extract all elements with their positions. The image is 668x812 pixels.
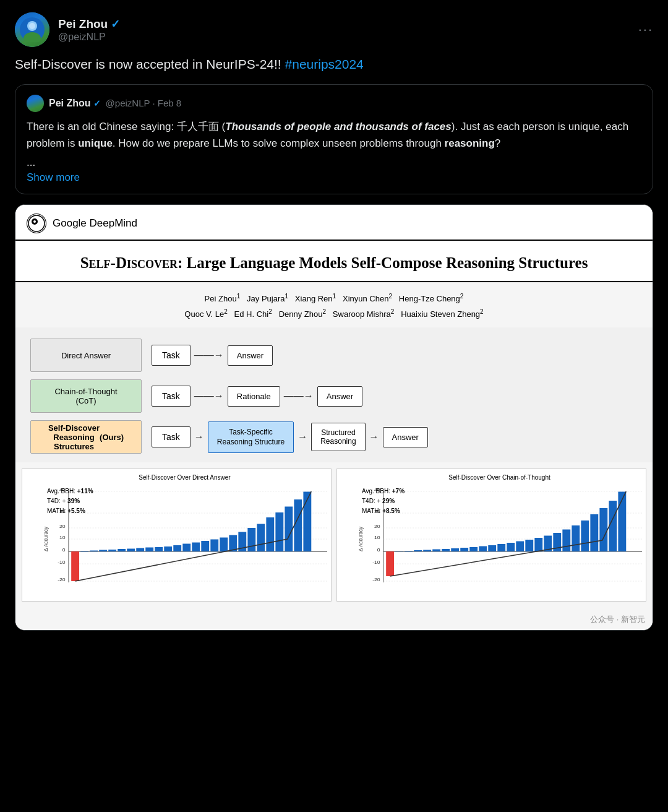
quoted-tweet[interactable]: Pei Zhou ✓ @peizNLP · Feb 8 There is an … — [15, 84, 653, 194]
svg-rect-81 — [534, 538, 542, 551]
svg-rect-44 — [266, 517, 274, 551]
svg-text:Δ Accuracy: Δ Accuracy — [357, 527, 363, 552]
method-label-direct: Direct Answer — [30, 339, 142, 372]
svg-rect-33 — [164, 546, 172, 551]
authors-section: Pei Zhou1 Jay Pujara1 Xiang Ren1 Xinyun … — [15, 282, 653, 327]
svg-text:-10: -10 — [58, 559, 66, 566]
quoted-italic-bold: Thousands of people and thousands of fac… — [225, 121, 452, 132]
svg-text:20: 20 — [59, 524, 66, 530]
svg-rect-39 — [220, 538, 228, 552]
more-button[interactable]: ··· — [638, 22, 653, 38]
svg-rect-23 — [71, 551, 79, 581]
quoted-bold-1: unique — [78, 137, 113, 149]
watermark: 公众号 · 新智元 — [15, 611, 653, 630]
chart1-title: Self-Discover Over Direct Answer — [42, 474, 327, 481]
rationale-box: Rationale — [228, 386, 280, 407]
svg-rect-28 — [118, 549, 126, 551]
arrow-1: ——→ — [191, 350, 228, 361]
svg-rect-73 — [460, 548, 468, 551]
quoted-display-name: Pei Zhou ✓ — [49, 98, 101, 109]
authors-line2: Quoc V. Le2 Ed H. Chi2 Denny Zhou2 Swaro… — [40, 306, 628, 322]
quoted-text-4: ? — [495, 137, 500, 149]
svg-rect-85 — [572, 525, 580, 551]
svg-rect-25 — [90, 551, 98, 552]
paper-card: Google DeepMind Self-Discover: Large Lan… — [15, 204, 653, 631]
header-left: Pei Zhou ✓ @peizNLP — [15, 12, 120, 47]
svg-rect-27 — [108, 550, 116, 551]
svg-rect-79 — [516, 542, 524, 552]
tweet-header: Pei Zhou ✓ @peizNLP ··· — [15, 12, 653, 47]
arrow-2b: ——→ — [280, 391, 317, 402]
svg-rect-86 — [581, 520, 589, 551]
user-info: Pei Zhou ✓ @peizNLP — [58, 17, 120, 43]
svg-rect-77 — [497, 544, 505, 551]
svg-text:-20: -20 — [58, 577, 66, 583]
svg-rect-29 — [127, 549, 135, 552]
svg-rect-72 — [451, 548, 459, 551]
display-name: Pei Zhou ✓ — [58, 17, 120, 31]
task-box-3: Task — [152, 426, 191, 447]
svg-text:10: 10 — [59, 535, 66, 541]
paper-header: Google DeepMind — [15, 205, 653, 241]
svg-rect-46 — [285, 507, 293, 552]
tweet-container: Pei Zhou ✓ @peizNLP ··· Self-Discover is… — [0, 0, 668, 631]
method-label-cot: Chain-of-Thought(CoT) — [30, 379, 142, 413]
show-more-link[interactable]: Show more — [27, 171, 80, 184]
name-text: Pei Zhou — [58, 17, 108, 31]
paper-title: Self-Discover: Large Language Models Sel… — [15, 241, 653, 282]
answer-box-2: Answer — [317, 386, 362, 407]
quoted-date: Feb 8 — [158, 98, 181, 108]
quoted-header: Pei Zhou ✓ @peizNLP · Feb 8 — [27, 95, 641, 112]
ellipsis-text: ... — [27, 157, 641, 169]
quoted-avatar — [27, 95, 44, 112]
svg-text:Δ Accuracy: Δ Accuracy — [42, 527, 48, 552]
svg-rect-42 — [247, 528, 255, 551]
watermark-text: 公众号 · 新智元 — [590, 615, 645, 624]
svg-rect-34 — [173, 545, 181, 551]
quoted-text-1: There is an old Chinese saying: 千人千面 ( — [27, 121, 225, 132]
svg-rect-26 — [99, 550, 107, 552]
svg-rect-36 — [192, 543, 200, 552]
svg-text:20: 20 — [374, 524, 380, 530]
reasoning-structure-box: Task-SpecificReasoning Structure — [208, 421, 294, 454]
arrow-3a: → — [191, 431, 208, 443]
flow-direct: Task ——→ Answer — [152, 345, 638, 366]
chart-cot: Self-Discover Over Chain-of-Thought Avg.… — [336, 469, 646, 602]
svg-text:-10: -10 — [372, 559, 380, 566]
user-handle: @peizNLP — [58, 32, 120, 43]
paper-title-part1: Self-Discover — [80, 254, 178, 271]
hashtag[interactable]: #neurips2024 — [285, 57, 364, 71]
quoted-bold-2: reasoning — [445, 137, 495, 149]
quoted-handle: @peizNLP — [106, 98, 150, 108]
svg-rect-71 — [442, 549, 450, 551]
svg-rect-38 — [210, 540, 218, 552]
arrow-2a: ——→ — [191, 391, 228, 402]
svg-rect-45 — [275, 512, 283, 551]
svg-rect-37 — [201, 541, 209, 551]
verified-icon: ✓ — [111, 17, 120, 31]
chart2-title: Self-Discover Over Chain-of-Thought — [357, 474, 642, 481]
method-label-self-discover: Self-DiscoverReasoningStructures (Ours) — [30, 420, 142, 454]
svg-rect-47 — [294, 499, 302, 551]
diagram-row-cot: Chain-of-Thought(CoT) Task ——→ Rationale… — [30, 379, 638, 413]
svg-rect-89 — [609, 501, 617, 551]
svg-rect-70 — [432, 550, 440, 552]
diagram-row-direct-answer: Direct Answer Task ——→ Answer — [30, 339, 638, 372]
svg-rect-78 — [507, 543, 515, 551]
arrow-3b: → — [294, 431, 311, 443]
charts-section: Self-Discover Over Direct Answer Avg. BB… — [15, 462, 653, 611]
avatar-image — [15, 12, 49, 47]
tweet-text-content: Self-Discover is now accepted in NeurIPS… — [15, 57, 285, 71]
quoted-name-text: Pei Zhou — [49, 98, 91, 109]
svg-text:10: 10 — [374, 535, 380, 541]
tweet-text: Self-Discover is now accepted in NeurIPS… — [15, 54, 653, 74]
svg-text:0: 0 — [62, 547, 66, 553]
svg-rect-74 — [469, 547, 477, 551]
svg-rect-80 — [525, 540, 533, 551]
org-name: Google DeepMind — [53, 217, 137, 230]
svg-point-3 — [29, 23, 35, 29]
title-text-1: Self-Discover — [80, 254, 178, 271]
svg-rect-88 — [599, 508, 607, 551]
svg-rect-84 — [562, 530, 570, 552]
svg-text:0: 0 — [377, 547, 380, 553]
